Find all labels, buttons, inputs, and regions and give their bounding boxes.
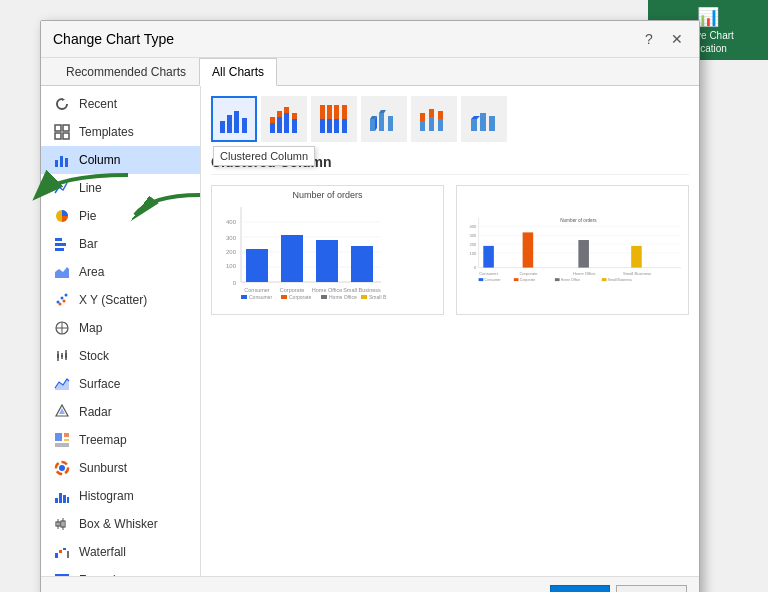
svg-rect-83 <box>429 109 434 117</box>
dialog-footer: OK Cancel <box>41 576 699 592</box>
svg-rect-85 <box>438 111 443 119</box>
sidebar-item-xy-scatter[interactable]: X Y (Scatter) <box>41 286 200 314</box>
sidebar-item-area-label: Area <box>79 265 104 279</box>
svg-text:Corporate: Corporate <box>280 287 304 293</box>
cancel-button[interactable]: Cancel <box>616 585 687 592</box>
chart-type-clustered-column[interactable]: Clustered Column <box>211 96 257 142</box>
sidebar-item-stock[interactable]: Stock <box>41 342 200 370</box>
sidebar-item-treemap[interactable]: Treemap <box>41 426 200 454</box>
svg-rect-55 <box>227 115 232 133</box>
svg-text:Number of orders: Number of orders <box>560 218 597 223</box>
svg-rect-102 <box>281 235 303 282</box>
svg-rect-71 <box>334 105 339 119</box>
svg-rect-77 <box>379 113 384 131</box>
svg-rect-69 <box>327 105 332 119</box>
sidebar-item-recent[interactable]: Recent <box>41 90 200 118</box>
ok-button[interactable]: OK <box>550 585 610 592</box>
svg-text:200: 200 <box>226 249 237 255</box>
svg-rect-80 <box>420 121 425 131</box>
svg-text:100: 100 <box>226 263 237 269</box>
svg-rect-141 <box>555 278 560 281</box>
svg-rect-47 <box>67 551 69 558</box>
svg-rect-11 <box>55 243 66 246</box>
svg-rect-48 <box>55 574 69 576</box>
radar-icon <box>53 403 71 421</box>
svg-rect-128 <box>483 246 494 268</box>
sidebar-item-surface[interactable]: Surface <box>41 370 200 398</box>
tab-all-charts[interactable]: All Charts <box>199 58 277 86</box>
sidebar-item-radar[interactable]: Radar <box>41 398 200 426</box>
sidebar-item-sunburst[interactable]: Sunburst <box>41 454 200 482</box>
svg-rect-4 <box>55 133 61 139</box>
svg-rect-27 <box>65 353 67 358</box>
svg-rect-30 <box>55 433 62 441</box>
svg-rect-64 <box>292 119 297 133</box>
chart-type-100pct-stacked-column[interactable] <box>311 96 357 142</box>
sidebar-item-funnel-label: Funnel <box>79 573 116 576</box>
svg-rect-88 <box>489 116 495 131</box>
sidebar-item-waterfall-label: Waterfall <box>79 545 126 559</box>
sidebar-item-box-whisker-label: Box & Whisker <box>79 517 158 531</box>
large-preview-svg: 0 100 200 300 400 Consu <box>461 190 684 310</box>
svg-rect-101 <box>246 249 268 282</box>
svg-text:0: 0 <box>233 280 237 286</box>
svg-rect-113 <box>321 295 327 299</box>
svg-rect-68 <box>327 119 332 133</box>
tab-recommended-charts[interactable]: Recommended Charts <box>53 58 199 86</box>
sidebar-item-stock-label: Stock <box>79 349 109 363</box>
svg-text:400: 400 <box>469 224 477 229</box>
svg-rect-59 <box>270 117 275 123</box>
svg-rect-72 <box>342 119 347 133</box>
svg-rect-143 <box>602 278 607 281</box>
chart-type-3d-clustered-column[interactable] <box>361 96 407 142</box>
svg-text:400: 400 <box>226 219 237 225</box>
help-button[interactable]: ? <box>639 29 659 49</box>
map-icon <box>53 319 71 337</box>
svg-rect-81 <box>420 113 425 121</box>
svg-rect-111 <box>281 295 287 299</box>
change-chart-type-dialog: Change Chart Type ? ✕ Recommended Charts… <box>40 20 700 592</box>
svg-rect-36 <box>55 498 58 503</box>
svg-rect-84 <box>438 119 443 131</box>
waterfall-icon <box>53 543 71 561</box>
bar-icon <box>53 235 71 253</box>
svg-rect-44 <box>55 553 58 558</box>
sidebar-item-map[interactable]: Map <box>41 314 200 342</box>
sidebar-item-xy-scatter-label: X Y (Scatter) <box>79 293 147 307</box>
svg-rect-5 <box>63 133 69 139</box>
sidebar-item-waterfall[interactable]: Waterfall <box>41 538 200 566</box>
sidebar-item-histogram[interactable]: Histogram <box>41 482 200 510</box>
clustered-column-tooltip: Clustered Column <box>213 146 315 166</box>
chart-type-3d-column[interactable] <box>461 96 507 142</box>
svg-rect-137 <box>479 278 484 281</box>
chart-content-area: Clustered Column <box>201 86 699 576</box>
chart-preview-small[interactable]: Number of orders 0 100 200 <box>211 185 444 315</box>
dialog-controls: ? ✕ <box>639 29 687 49</box>
area-icon <box>53 263 71 281</box>
sidebar-item-area[interactable]: Area <box>41 258 200 286</box>
svg-text:300: 300 <box>226 235 237 241</box>
close-button[interactable]: ✕ <box>667 29 687 49</box>
svg-rect-109 <box>241 295 247 299</box>
svg-rect-139 <box>514 278 519 281</box>
small-preview-title: Number of orders <box>216 190 439 200</box>
svg-rect-74 <box>370 119 375 131</box>
svg-text:Small Business: Small Business <box>369 294 386 300</box>
scatter-icon <box>53 291 71 309</box>
svg-rect-2 <box>55 125 61 131</box>
svg-text:Consumer: Consumer <box>244 287 270 293</box>
svg-rect-39 <box>67 497 69 503</box>
move-chart-icon: 📊 <box>697 6 719 28</box>
chart-preview-large[interactable]: 0 100 200 300 400 Consu <box>456 185 689 315</box>
chart-type-3d-stacked-column[interactable] <box>411 96 457 142</box>
svg-text:Small Business: Small Business <box>608 278 632 282</box>
sidebar-item-templates[interactable]: Templates <box>41 118 200 146</box>
chart-type-stacked-column[interactable] <box>261 96 307 142</box>
svg-text:200: 200 <box>469 242 477 247</box>
sidebar-item-map-label: Map <box>79 321 102 335</box>
sidebar-item-funnel[interactable]: Funnel <box>41 566 200 576</box>
sidebar-item-box-whisker[interactable]: Box & Whisker <box>41 510 200 538</box>
svg-rect-3 <box>63 125 69 131</box>
sidebar-item-sunburst-label: Sunburst <box>79 461 127 475</box>
svg-rect-25 <box>57 354 59 358</box>
